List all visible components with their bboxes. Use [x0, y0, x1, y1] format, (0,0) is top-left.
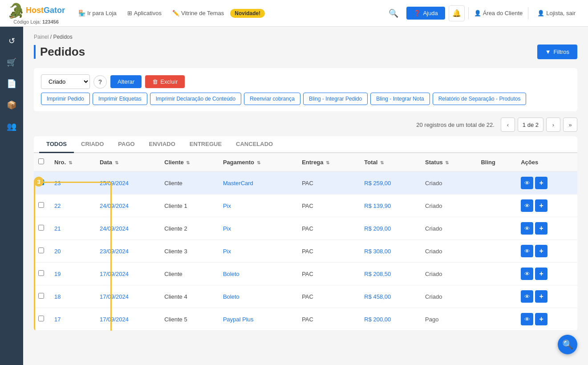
search-button[interactable]: 🔍	[384, 6, 403, 21]
view-button-5[interactable]: 👁	[521, 290, 533, 303]
header-entrega[interactable]: Entrega ⇅	[297, 153, 360, 171]
main-layout: ↺ 🛒 📄 📦 👥 Painel / Pedidos Pedidos ▼ Fil…	[0, 27, 588, 365]
sidebar-item-estoque[interactable]: 📦	[2, 95, 21, 115]
row-checkbox-6[interactable]	[38, 316, 44, 321]
row-status: Criado	[421, 263, 476, 285]
row-entrega: PAC	[297, 217, 360, 240]
add-button-2[interactable]: +	[535, 222, 547, 235]
row-cliente: Cliente 1	[160, 195, 219, 217]
tab-cancelado[interactable]: CANCELADO	[229, 136, 280, 153]
add-button-6[interactable]: +	[535, 313, 547, 325]
sidebar-item-pedidos[interactable]: 🛒	[2, 53, 21, 72]
bling-integrar-nota-button[interactable]: Bling - Integrar Nota	[370, 93, 430, 105]
row-checkbox-cell	[34, 195, 50, 217]
row-data: 24/09/2024	[95, 195, 160, 217]
row-checkbox-5[interactable]	[38, 293, 44, 299]
view-button-0[interactable]: 👁	[521, 177, 533, 189]
tab-todos[interactable]: TODOS	[39, 136, 74, 153]
row-pagamento: Paypal Plus	[219, 308, 297, 331]
page-next-button[interactable]: ›	[546, 118, 560, 132]
add-button-5[interactable]: +	[535, 290, 547, 303]
row-checkbox-cell	[34, 308, 50, 331]
alterar-button[interactable]: Alterar	[110, 75, 142, 88]
area-do-cliente-link[interactable]: 👤 Área do Cliente	[468, 7, 529, 19]
header-status[interactable]: Status ⇅	[421, 153, 476, 171]
row-cliente: Cliente 5	[160, 308, 219, 331]
row-total: R$ 200,00	[360, 308, 421, 331]
header-cliente[interactable]: Cliente ⇅	[160, 153, 219, 171]
table-row: 18 17/09/2024 Cliente 4 Boleto PAC R$ 45…	[34, 285, 577, 308]
select-all-checkbox[interactable]	[38, 158, 44, 164]
help-button[interactable]: ?	[93, 75, 107, 89]
lojista-menu[interactable]: 👤 Lojista, sair	[532, 7, 581, 19]
table-row: 19 17/09/2024 Cliente Boleto PAC R$ 208,…	[34, 263, 577, 285]
logo[interactable]: 🐊 Host Gator Código Loja: 123456	[7, 2, 65, 24]
relatorio-separacao-button[interactable]: Relatório de Separação - Produtos	[433, 93, 527, 105]
header-total[interactable]: Total ⇅	[360, 153, 421, 171]
sidebar-item-dashboard[interactable]: ↺	[2, 31, 21, 51]
tab-pago[interactable]: PAGO	[111, 136, 142, 153]
box-icon: 📦	[7, 100, 16, 110]
imprimir-pedido-button[interactable]: Imprimir Pedido	[41, 93, 90, 105]
question-icon: ❓	[414, 10, 421, 16]
orders-table: Nro. ⇅ Data ⇅ Cliente ⇅ Pagamento ⇅ Entr…	[34, 153, 577, 331]
row-checkbox-1[interactable]	[38, 202, 44, 208]
row-entrega: PAC	[297, 240, 360, 263]
refresh-icon: ↺	[8, 36, 15, 46]
imprimir-declaracao-button[interactable]: Imprimir Declaração de Conteúdo	[150, 93, 241, 105]
row-entrega: PAC	[297, 171, 360, 195]
excluir-button[interactable]: 🗑 Excluir	[145, 75, 185, 88]
page-prev-button[interactable]: ‹	[501, 118, 515, 132]
imprimir-etiquetas-button[interactable]: Imprimir Etiquetas	[93, 93, 147, 105]
header-data[interactable]: Data ⇅	[95, 153, 160, 171]
store-icon: 🏪	[78, 10, 85, 16]
row-checkbox-0[interactable]	[38, 179, 44, 185]
sidebar-item-catalogo[interactable]: 📄	[2, 74, 21, 93]
row-cliente: Cliente	[160, 263, 219, 285]
view-button-3[interactable]: 👁	[521, 245, 533, 257]
view-button-2[interactable]: 👁	[521, 222, 533, 235]
novidade-badge[interactable]: Novidade!	[230, 9, 265, 18]
search-float-button[interactable]: 🔍	[558, 335, 577, 354]
view-button-4[interactable]: 👁	[521, 268, 533, 280]
row-acoes: 👁 +	[516, 171, 577, 195]
tab-criado[interactable]: CRIADO	[74, 136, 111, 153]
notification-bell[interactable]: 🔔	[449, 5, 465, 21]
add-button-1[interactable]: +	[535, 199, 547, 212]
sort-cliente-icon: ⇅	[186, 160, 190, 165]
row-checkbox-2[interactable]	[38, 225, 44, 231]
row-bling	[476, 263, 516, 285]
ajuda-button[interactable]: ❓ Ajuda	[406, 7, 445, 20]
row-bling	[476, 285, 516, 308]
account-icon: 👤	[537, 10, 544, 16]
row-status: Criado	[421, 285, 476, 308]
view-button-6[interactable]: 👁	[521, 313, 533, 325]
row-total: R$ 458,00	[360, 285, 421, 308]
row-checkbox-cell	[34, 240, 50, 263]
sidebar-item-clientes[interactable]: 👥	[2, 117, 21, 136]
row-checkbox-4[interactable]	[38, 270, 44, 276]
nav-aplicativos[interactable]: ⊞ Aplicativos	[123, 7, 166, 19]
nav-vitrine-temas[interactable]: ✏️ Vitrine de Temas	[168, 7, 228, 19]
header-nro[interactable]: Nro. ⇅	[50, 153, 95, 171]
tab-entregue[interactable]: ENTREGUE	[182, 136, 229, 153]
header-pagamento[interactable]: Pagamento ⇅	[219, 153, 297, 171]
row-pagamento: Boleto	[219, 285, 297, 308]
add-button-3[interactable]: +	[535, 245, 547, 257]
top-navigation: 🐊 Host Gator Código Loja: 123456 🏪 Ir pa…	[0, 0, 588, 27]
filtros-button[interactable]: ▼ Filtros	[537, 45, 577, 59]
row-checkbox-3[interactable]	[38, 247, 44, 253]
status-select[interactable]: Criado Pago Enviado Entregue Cancelado	[41, 74, 90, 89]
page-last-button[interactable]: »	[563, 118, 577, 132]
add-button-4[interactable]: +	[535, 268, 547, 280]
nav-ir-para-loja[interactable]: 🏪 Ir para Loja	[74, 7, 121, 19]
add-button-0[interactable]: +	[535, 177, 547, 189]
sort-data-icon: ⇅	[115, 160, 118, 165]
row-status: Criado	[421, 171, 476, 195]
reenviar-cobranca-button[interactable]: Reenviar cobrança	[244, 93, 300, 105]
tab-enviado[interactable]: ENVIADO	[142, 136, 182, 153]
row-pagamento: Boleto	[219, 263, 297, 285]
view-button-1[interactable]: 👁	[521, 199, 533, 212]
breadcrumb-painel[interactable]: Painel	[34, 34, 49, 40]
bling-integrar-pedido-button[interactable]: Bling - Integrar Pedido	[303, 93, 368, 105]
